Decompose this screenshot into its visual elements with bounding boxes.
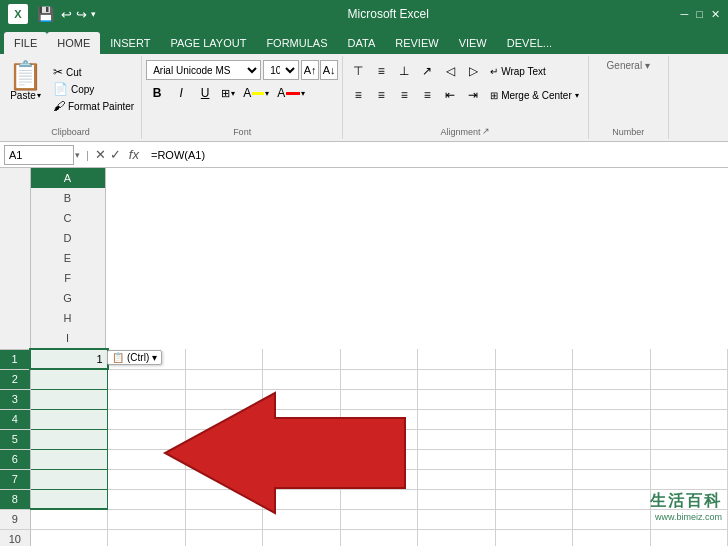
cell-b8[interactable] — [108, 489, 186, 509]
cell-a3[interactable] — [30, 389, 108, 409]
close-button[interactable]: ✕ — [711, 8, 720, 21]
paste-dropdown-arrow[interactable]: ▾ — [37, 91, 41, 100]
cell-h4[interactable] — [573, 409, 651, 429]
cell-d6[interactable] — [263, 449, 341, 469]
bottom-align-button[interactable]: ⊥ — [393, 60, 415, 82]
number-format-select[interactable]: General ▾ — [607, 60, 650, 71]
row-number-10[interactable]: 10 — [0, 529, 30, 546]
col-header-d[interactable]: D — [31, 228, 106, 248]
merge-dropdown[interactable]: ▾ — [575, 91, 579, 100]
indent-increase-button[interactable]: ▷ — [462, 60, 484, 82]
cell-c9[interactable] — [185, 509, 263, 529]
row-number-7[interactable]: 7 — [0, 469, 30, 489]
tab-view[interactable]: VIEW — [449, 32, 497, 54]
cut-button[interactable]: ✂ Cut — [50, 64, 137, 80]
cell-g5[interactable] — [495, 429, 573, 449]
cell-g6[interactable] — [495, 449, 573, 469]
tab-insert[interactable]: INSERT — [100, 32, 160, 54]
font-color-dropdown[interactable]: ▾ — [301, 89, 305, 98]
cell-i9[interactable] — [650, 509, 728, 529]
border-dropdown[interactable]: ▾ — [231, 89, 235, 98]
tab-formulas[interactable]: FORMULAS — [256, 32, 337, 54]
cell-c1[interactable] — [185, 349, 263, 369]
col-header-f[interactable]: F — [31, 268, 106, 288]
font-color-button[interactable]: A ▾ — [274, 82, 308, 104]
cell-f1[interactable] — [418, 349, 496, 369]
cell-h9[interactable] — [573, 509, 651, 529]
increase-indent-button[interactable]: ⇥ — [462, 84, 484, 106]
cell-d2[interactable] — [263, 369, 341, 389]
bold-button[interactable]: B — [146, 82, 168, 104]
cell-i10[interactable] — [650, 529, 728, 546]
formula-input[interactable]: =ROW(A1) — [147, 145, 724, 165]
cell-a1[interactable]: 1 — [30, 349, 108, 369]
cell-c10[interactable] — [185, 529, 263, 546]
cell-g10[interactable] — [495, 529, 573, 546]
tab-data[interactable]: DATA — [338, 32, 386, 54]
cell-d9[interactable] — [263, 509, 341, 529]
format-painter-button[interactable]: 🖌 Format Painter — [50, 98, 137, 114]
cell-f4[interactable] — [418, 409, 496, 429]
cell-b5[interactable] — [108, 429, 186, 449]
cell-b10[interactable] — [108, 529, 186, 546]
cell-g7[interactable] — [495, 469, 573, 489]
save-button[interactable]: 💾 — [34, 4, 57, 24]
cell-b3[interactable] — [108, 389, 186, 409]
copy-button[interactable]: 📄 Copy — [50, 81, 137, 97]
cell-e8[interactable] — [340, 489, 418, 509]
cell-d3[interactable] — [263, 389, 341, 409]
font-size-select[interactable]: 10 — [263, 60, 299, 80]
cell-i5[interactable] — [650, 429, 728, 449]
cell-a6[interactable] — [30, 449, 108, 469]
cell-i7[interactable] — [650, 469, 728, 489]
cell-d1[interactable] — [263, 349, 341, 369]
maximize-button[interactable]: □ — [696, 8, 703, 21]
cell-h10[interactable] — [573, 529, 651, 546]
col-header-e[interactable]: E — [31, 248, 106, 268]
name-box[interactable]: A1 — [4, 145, 74, 165]
col-header-i[interactable]: I — [31, 328, 106, 348]
cell-f7[interactable] — [418, 469, 496, 489]
row-number-4[interactable]: 4 — [0, 409, 30, 429]
col-header-a[interactable]: A — [31, 168, 106, 188]
cell-d4[interactable] — [263, 409, 341, 429]
cell-e7[interactable] — [340, 469, 418, 489]
tab-review[interactable]: REVIEW — [385, 32, 448, 54]
cell-e4[interactable] — [340, 409, 418, 429]
indent-decrease-button[interactable]: ◁ — [439, 60, 461, 82]
cell-e6[interactable] — [340, 449, 418, 469]
cell-a4[interactable] — [30, 409, 108, 429]
middle-align-button[interactable]: ≡ — [370, 60, 392, 82]
cell-c6[interactable] — [185, 449, 263, 469]
paste-options-tooltip[interactable]: 📋 (Ctrl) ▾ — [107, 350, 162, 365]
fill-color-button[interactable]: A ▾ — [240, 82, 272, 104]
tab-home[interactable]: HOME — [47, 32, 100, 54]
align-left-button[interactable]: ≡ — [347, 84, 369, 106]
alignment-dialog-launcher[interactable]: ↗ — [482, 126, 490, 136]
tab-page-layout[interactable]: PAGE LAYOUT — [160, 32, 256, 54]
cell-f6[interactable] — [418, 449, 496, 469]
cell-c4[interactable] — [185, 409, 263, 429]
cell-h1[interactable] — [573, 349, 651, 369]
cell-e3[interactable] — [340, 389, 418, 409]
wrap-text-button[interactable]: ↵ Wrap Text — [485, 60, 551, 82]
cell-b2[interactable] — [108, 369, 186, 389]
cell-e1[interactable] — [340, 349, 418, 369]
cell-e5[interactable] — [340, 429, 418, 449]
cancel-formula-button[interactable]: ✕ — [95, 147, 106, 162]
italic-button[interactable]: I — [170, 82, 192, 104]
corner-cell[interactable] — [0, 168, 30, 349]
decrease-font-size-button[interactable]: A↓ — [320, 60, 338, 80]
cell-d5[interactable] — [263, 429, 341, 449]
align-center-button[interactable]: ≡ — [370, 84, 392, 106]
cell-c8[interactable] — [185, 489, 263, 509]
name-box-arrow[interactable]: ▾ — [75, 150, 80, 160]
cell-c2[interactable] — [185, 369, 263, 389]
cell-a9[interactable] — [30, 509, 108, 529]
cell-a5[interactable] — [30, 429, 108, 449]
col-header-h[interactable]: H — [31, 308, 106, 328]
cell-i8[interactable] — [650, 489, 728, 509]
cell-g8[interactable] — [495, 489, 573, 509]
cell-h5[interactable] — [573, 429, 651, 449]
cell-c7[interactable] — [185, 469, 263, 489]
